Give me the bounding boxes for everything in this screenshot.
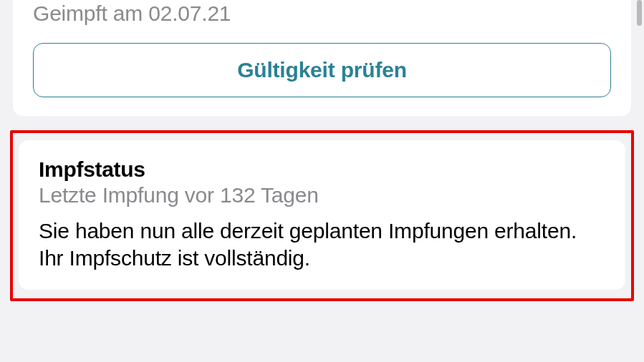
scrollbar-thumb[interactable] xyxy=(637,0,642,26)
vaccinated-on-label: Geimpft am 02.07.21 xyxy=(33,0,611,43)
status-title: Impfstatus xyxy=(39,157,605,182)
verify-validity-button[interactable]: Gültigkeit prüfen xyxy=(33,43,611,97)
highlight-annotation: Impfstatus Letzte Impfung vor 132 Tagen … xyxy=(10,130,634,301)
certificate-card: Geimpft am 02.07.21 Gültigkeit prüfen xyxy=(13,0,631,116)
status-body-text: Sie haben nun alle derzeit geplanten Imp… xyxy=(39,217,605,271)
vaccination-status-card: Impfstatus Letzte Impfung vor 132 Tagen … xyxy=(19,140,625,290)
status-subtitle: Letzte Impfung vor 132 Tagen xyxy=(39,183,605,207)
